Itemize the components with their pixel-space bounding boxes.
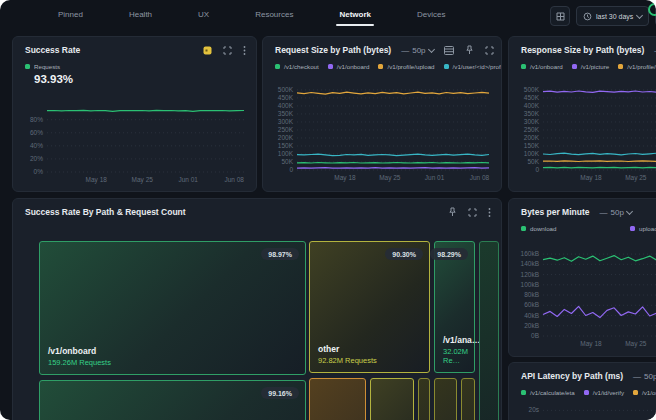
response-size-chart: 050K100K150K200K250K300K350K400K450K500K… [513,83,656,183]
legend-item[interactable]: /v1/onboard [633,389,656,396]
svg-text:May 18: May 18 [580,174,602,182]
tab-network[interactable]: Network [339,0,371,30]
success-rate-badge: 98.29% [430,248,468,260]
panel-title: Success Rate By Path & Request Count [25,207,186,217]
legend-label: /v1/checkout [284,63,319,70]
chart-legend: /v1/calculate/eta/v1/id/verify/v1/onboar… [509,381,656,396]
bytes-per-minute-chart: 0B20kB40kB60kB80kB100kB120kB140kB160kBMa… [513,245,656,349]
treemap-cell[interactable] [434,378,457,420]
svg-text:40%: 40% [30,142,43,149]
percentile-dropdown[interactable]: — 50p [401,46,433,55]
percentile-dash: — [401,46,409,55]
legend-item[interactable]: /v1/id/verify [584,389,624,396]
panel-success-rate: Success Rate Requests 93.93% 0%20%40%60%… [12,36,257,192]
treemap-cell[interactable]: /v1/picture [309,378,366,420]
chart-series [543,161,656,162]
treemap-cell[interactable] [461,378,475,420]
legend-item[interactable]: /v1/onboard [521,63,563,70]
chevron-down-icon [626,207,633,214]
tab-resources[interactable]: Resources [255,0,293,30]
tab-health[interactable]: Health [129,0,152,30]
expand-icon[interactable] [223,46,232,55]
legend-label: /v1/profile/upload [387,63,434,70]
tab-ux[interactable]: UX [198,0,209,30]
svg-text:450K: 450K [278,94,294,101]
kebab-menu-icon[interactable] [243,46,246,55]
success-rate-badge: 99.16% [261,387,299,399]
percentile-dash: — [633,372,641,381]
svg-text:400K: 400K [524,102,540,109]
legend-item[interactable]: /v1/profile/upload [618,63,656,70]
pin-icon[interactable] [448,207,457,217]
pin-icon[interactable] [465,45,474,55]
treemap-cell-path: other [318,344,377,354]
treemap-cell-info: /v1/ana…32.02M Re… [443,335,480,365]
svg-text:0B: 0B [531,332,539,339]
treemap-cell[interactable]: 90.30%other92.82M Requests [309,241,430,373]
legend-label: /v1/profile/upload [627,63,656,70]
svg-text:100K: 100K [524,150,540,157]
nav-actions: last 30 days Filter/Cu [550,6,656,26]
legend-label: Requests [34,63,60,70]
svg-text:May 18: May 18 [580,340,602,348]
svg-text:20kB: 20kB [524,322,539,329]
legend-item[interactable]: /v1/user/<id>/profile [444,63,501,70]
chart-series [543,256,656,262]
chevron-down-icon [428,45,435,52]
chart-legend: downloadupload [509,217,656,232]
legend-item[interactable]: /v1/calculate/eta [521,389,575,396]
svg-text:400K: 400K [278,102,294,109]
legend-item[interactable]: /v1/profile/upload [378,63,434,70]
treemap-cell[interactable] [479,241,499,420]
treemap-cell[interactable] [418,378,430,420]
treemap-cell[interactable]: /v1/notifi… [370,378,414,420]
svg-text:300K: 300K [524,118,540,125]
legend-item[interactable]: download [521,225,621,232]
api-latency-chart: 0s5s10s15s20sMay 18May 25Jun 01Jun 08 [513,397,656,420]
time-range-dropdown[interactable]: last 30 days [576,6,649,26]
treemap-cell-path: /v1/onboard [48,346,111,356]
treemap-cell-info: other92.82M Requests [318,344,377,365]
tab-devices[interactable]: Devices [417,0,445,30]
legend-item[interactable]: /v1/picture [572,63,610,70]
chart-series [297,92,489,94]
legend-label: /v1/calculate/eta [530,389,575,396]
legend-item[interactable]: Requests [25,63,60,70]
apps-grid-button[interactable] [550,6,570,26]
svg-text:60%: 60% [30,129,43,136]
kebab-menu-icon[interactable] [488,208,491,217]
legend-label: /v1/onboard [337,63,370,70]
legend-item[interactable]: /v1/onboard [328,63,370,70]
percentile-dropdown[interactable]: — 50p [633,372,656,381]
treemap-cell-info: /v1/onboard159.26M Requests [48,346,111,367]
svg-text:450K: 450K [524,94,540,101]
legend-label: upload [639,225,656,232]
treemap-cell[interactable]: 98.97%/v1/onboard159.26M Requests [39,241,306,375]
svg-text:350K: 350K [524,110,540,117]
legend-item[interactable]: /v1/checkout [275,63,319,70]
expand-icon[interactable] [485,46,494,55]
legend-label: /v1/user/<id>/profile [453,63,501,70]
chart-series [297,163,489,164]
treemap-cell[interactable]: 98.29%/v1/ana…32.02M Re… [434,241,475,373]
svg-text:200K: 200K [278,134,294,141]
table-icon[interactable] [444,46,454,55]
percentile-value: 50p [611,208,624,217]
panel-bytes-per-minute: Bytes per Minute — 50p downloadupload 0B… [508,198,656,357]
chart-series [543,91,656,92]
legend-item[interactable]: upload [630,225,656,232]
status-indicator [648,3,656,16]
svg-text:May 25: May 25 [625,174,647,182]
percentile-dash: — [600,208,608,217]
legend-swatch-icon [633,390,638,395]
treemap-cell[interactable]: 99.16% [39,380,306,420]
chart-canvas: 050K100K150K200K250K300K350K400K450K500K… [267,83,497,183]
chart-series [543,404,656,420]
widget-badge-icon[interactable] [203,46,212,55]
svg-text:20%: 20% [30,155,43,162]
treemap-cell-path: /v1/ana… [443,335,480,345]
tab-pinned[interactable]: Pinned [58,0,83,30]
svg-text:Jun 08: Jun 08 [224,176,244,183]
percentile-dropdown[interactable]: — 50p [600,208,632,217]
expand-icon[interactable] [468,208,477,217]
